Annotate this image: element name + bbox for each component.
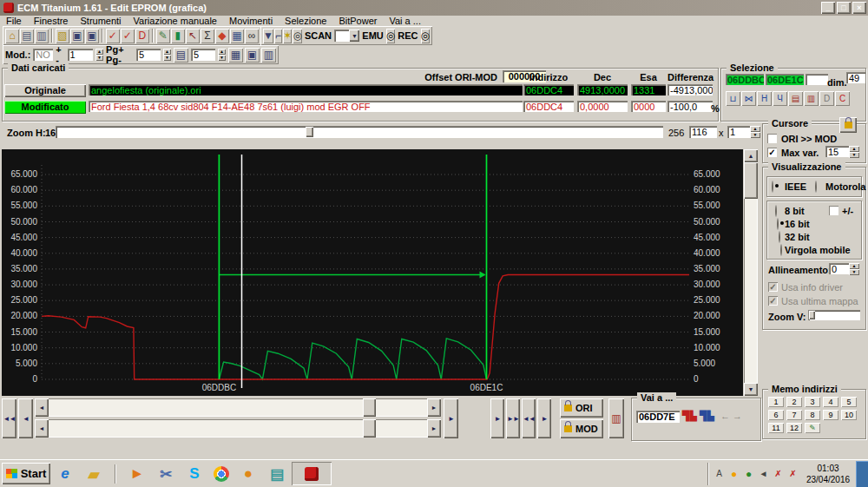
memo-button-12[interactable]: 12 — [786, 423, 802, 433]
hscroll-top-right-button[interactable]: ► — [427, 398, 441, 417]
lock-button[interactable] — [839, 117, 857, 133]
scan-dropdown[interactable]: ▼ — [334, 30, 359, 42]
view-grid-icon[interactable]: ▥ — [261, 48, 276, 63]
checksum-mod-icon[interactable]: ✓ — [121, 29, 135, 43]
pg-field[interactable]: 5 — [136, 49, 161, 61]
sel-start-icon[interactable]: ⊔ — [726, 91, 740, 106]
nav-step-fwd-button[interactable]: ► — [490, 398, 504, 438]
ori-mod-checkbox[interactable] — [767, 134, 777, 143]
spin-down-icon[interactable]: ▼ — [849, 269, 859, 275]
hscroll-top-left-button[interactable]: ◄ — [35, 398, 49, 417]
max-var-field[interactable]: 15 — [825, 146, 850, 157]
memo-button-11[interactable]: 11 — [768, 423, 784, 433]
mod-lock-button[interactable]: MOD — [560, 419, 603, 438]
spin-up-icon[interactable]: ▲ — [849, 263, 859, 269]
view-rows-icon[interactable]: ▣ — [245, 48, 260, 63]
bit16-radio[interactable] — [777, 218, 779, 230]
copy-pages-icon[interactable]: ▤ — [20, 29, 34, 43]
memo-button-4[interactable]: 4 — [823, 397, 838, 407]
memo-button-7[interactable]: 7 — [786, 410, 802, 420]
compare-maps-button[interactable]: ▥ — [608, 398, 624, 438]
nav-step-next-button[interactable]: ► — [537, 398, 551, 438]
ieee-radio[interactable] — [772, 181, 773, 193]
allineamento-field[interactable]: 0 — [829, 263, 850, 274]
alert-off-icon[interactable]: ✗ — [787, 468, 799, 479]
skype-icon[interactable]: S — [185, 464, 204, 484]
memo-edit-icon[interactable]: ✎ — [805, 423, 820, 433]
sigma-icon[interactable]: Σ — [201, 29, 214, 43]
memo-button-6[interactable]: 6 — [768, 410, 784, 420]
sel-right-icon[interactable]: Ч — [773, 91, 787, 106]
spin-up-icon[interactable]: ▲ — [849, 146, 859, 152]
rec-button[interactable]: ◎ — [421, 29, 430, 43]
virgola-radio[interactable] — [780, 244, 782, 256]
nav-step-back-button[interactable]: ◄◄ — [522, 398, 536, 438]
zoom-h-slider-thumb[interactable] — [306, 127, 313, 137]
zoom-v-slider-thumb[interactable] — [809, 311, 815, 319]
selezione-extra-field[interactable] — [806, 74, 828, 85]
ie-icon[interactable]: e — [56, 464, 75, 484]
memo-button-8[interactable]: 8 — [805, 410, 820, 420]
binoculars-icon[interactable]: ∞ — [245, 29, 259, 43]
sel-left-icon[interactable]: Н — [757, 91, 772, 106]
runner-icon[interactable]: ✶ — [283, 29, 292, 43]
input-lang-icon[interactable]: A — [713, 468, 725, 479]
chrome-icon[interactable] — [214, 466, 229, 482]
zoom-h-slider[interactable] — [56, 126, 663, 138]
vpn-icon[interactable]: ● — [743, 468, 754, 479]
memo-button-2[interactable]: 2 — [786, 397, 802, 407]
pg2-spinner[interactable]: ▲▼ — [218, 49, 226, 61]
memo-button-10[interactable]: 10 — [841, 410, 857, 420]
hscrollbar-top[interactable]: ◄ ► — [35, 398, 441, 417]
home-icon[interactable]: ⌂ — [5, 29, 19, 43]
spin-down-icon[interactable]: ▼ — [95, 55, 103, 61]
notes-icon[interactable]: ▤ — [267, 464, 286, 484]
copy-sel-icon[interactable]: ▤ — [788, 91, 803, 106]
sel-bounds-icon[interactable]: ⋈ — [741, 91, 756, 106]
modificato-button[interactable]: Modificato — [4, 101, 86, 114]
wmp-icon[interactable]: ► — [128, 464, 147, 484]
view-cols-icon[interactable]: ▦ — [228, 48, 243, 63]
step-field[interactable]: 1 — [68, 49, 93, 61]
graph-vscrollbar[interactable]: ▲ ▼ — [744, 149, 758, 396]
folder-icon[interactable]: ▰ — [84, 464, 103, 484]
driver-d-icon[interactable]: D — [135, 29, 149, 43]
motorola-radio[interactable] — [815, 181, 817, 193]
show-desktop-strip[interactable] — [856, 461, 868, 487]
spin-down-icon[interactable]: ▼ — [849, 152, 859, 158]
eprom-graph[interactable]: 005.0005.00010.00010.00015.00015.00020.0… — [2, 149, 743, 396]
pointer-icon[interactable]: ↖ — [186, 29, 200, 43]
volume-icon[interactable]: ◄ — [758, 468, 769, 479]
originale-button[interactable]: Originale — [4, 84, 86, 97]
ori-lock-button[interactable]: ORI — [560, 398, 603, 418]
memo-button-1[interactable]: 1 — [768, 397, 784, 407]
open-file-icon[interactable]: ▧ — [56, 29, 69, 43]
active-task-button[interactable] — [292, 462, 332, 485]
chart-icon[interactable]: ▦ — [230, 29, 244, 43]
goto-ori-icon[interactable]: ▜▙ — [682, 411, 697, 422]
nav-first-button[interactable]: ◄◄ — [2, 398, 16, 438]
doc-search-icon[interactable]: ● — [239, 464, 258, 484]
columns-icon[interactable]: ▥ — [35, 29, 49, 43]
hscroll-bottom-thumb[interactable] — [363, 419, 376, 438]
emu-button[interactable]: ◎ — [386, 29, 395, 43]
pg2-field[interactable]: 5 — [191, 49, 215, 61]
clear-sel-icon[interactable]: D — [819, 91, 834, 106]
modificato-file-field[interactable]: Ford Fiesta 1,4 68cv sid804 F14-AE48 7s6… — [89, 101, 523, 112]
vscroll-thumb[interactable] — [744, 162, 758, 199]
scissors-icon[interactable]: ✂ — [156, 464, 175, 484]
allineamento-spinner[interactable]: ▲▼ — [849, 263, 859, 275]
vai-a-field[interactable]: 06DD7E — [636, 411, 680, 423]
close-button[interactable]: × — [852, 2, 866, 14]
spin-down-icon[interactable]: ▼ — [218, 55, 226, 61]
spin-up-icon[interactable]: ▲ — [95, 49, 103, 55]
shapes-icon[interactable]: ◆ — [215, 29, 229, 43]
bit32-radio[interactable] — [779, 231, 780, 243]
reload-sel-icon[interactable]: C — [835, 91, 850, 106]
agent-icon[interactable]: ● — [728, 468, 740, 479]
nav-end-button[interactable]: ►► — [506, 398, 520, 438]
hscroll-top-thumb[interactable] — [363, 398, 376, 417]
bar-green-icon[interactable]: ▮ — [171, 29, 185, 43]
page-icon[interactable]: ▤ — [174, 48, 188, 63]
spin-up-icon[interactable]: ▲ — [163, 49, 171, 55]
